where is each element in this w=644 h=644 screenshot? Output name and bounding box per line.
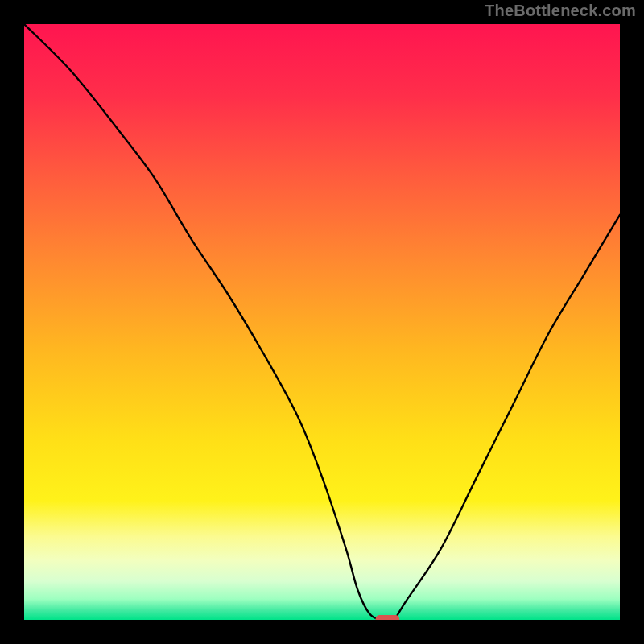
plot-area (24, 24, 620, 620)
optimal-marker (376, 615, 400, 620)
chart-frame: TheBottleneck.com (0, 0, 644, 644)
plot-svg (24, 24, 620, 620)
watermark-text: TheBottleneck.com (485, 2, 636, 20)
gradient-background (24, 24, 620, 620)
